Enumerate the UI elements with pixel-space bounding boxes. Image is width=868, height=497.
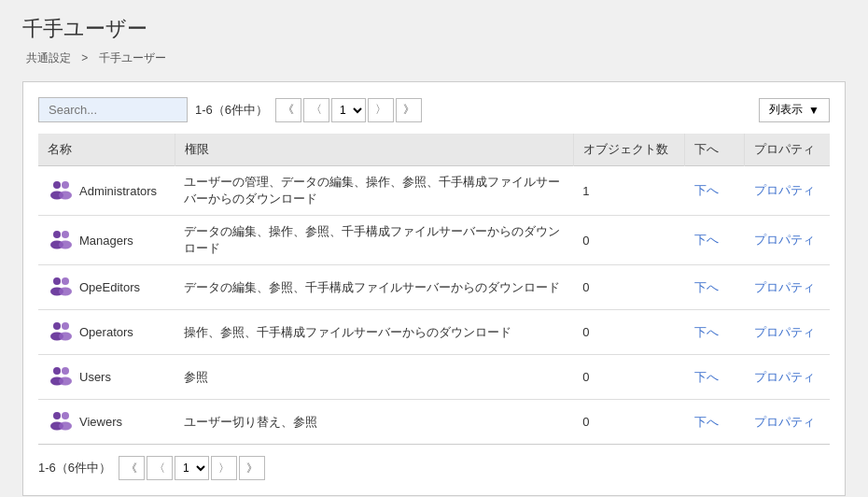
cell-object-count: 0 [573,355,685,400]
svg-point-19 [59,377,72,386]
cell-object-count: 0 [573,400,685,445]
cell-object-count: 0 [573,265,685,310]
breadcrumb-parent: 共通設定 [26,51,71,64]
user-group-icon [48,318,74,347]
svg-point-18 [62,367,69,375]
svg-point-0 [53,181,61,189]
cell-permission: 参照 [175,355,573,400]
table-row: OpeEditors データの編集、参照、千手構成ファイルサーバーからのダウンロ… [38,265,830,310]
svg-point-10 [62,277,69,285]
cell-down[interactable]: 下へ [685,400,745,445]
bottom-page-first-btn[interactable]: 《 [119,456,145,480]
user-name-text: OpeEditors [79,280,140,294]
cell-object-count: 0 [573,310,685,355]
column-display-button[interactable]: 列表示 ▼ [759,98,830,122]
main-panel: 1-6（6件中） 《 〈 1 〉 》 列表示 ▼ 名称 権限 オブジ [22,81,846,496]
svg-point-16 [53,367,61,375]
cell-down[interactable]: 下へ [685,216,745,265]
svg-point-6 [62,231,69,238]
bottom-page-select[interactable]: 1 [175,456,209,480]
cell-property[interactable]: プロパティ [745,355,830,400]
cell-property[interactable]: プロパティ [745,216,830,265]
table-row: Operators 操作、参照、千手構成ファイルサーバーからのダウンロード 0 … [38,310,830,355]
bottom-page-prev-btn[interactable]: 〈 [147,456,173,480]
cell-object-count: 1 [573,166,685,216]
page-prev-btn[interactable]: 〈 [303,98,329,122]
svg-point-3 [59,191,72,199]
svg-point-14 [62,322,69,330]
cell-object-count: 0 [573,216,685,265]
cell-permission: データの編集、参照、千手構成ファイルサーバーからのダウンロード [175,265,573,310]
col-header-permission: 権限 [175,134,573,166]
table-row: Administrators ユーザーの管理、データの編集、操作、参照、千手構成… [38,166,830,216]
svg-point-8 [53,277,61,285]
down-link[interactable]: 下へ [694,415,719,429]
column-display-label: 列表示 [769,102,803,118]
user-name-text: Viewers [79,415,122,429]
down-link[interactable]: 下へ [694,280,719,294]
down-link[interactable]: 下へ [694,183,719,197]
page-select[interactable]: 1 [331,98,366,122]
down-link[interactable]: 下へ [694,325,719,339]
down-link[interactable]: 下へ [694,370,719,384]
table-row: Managers データの編集、操作、参照、千手構成ファイルサーバーからのダウン… [38,216,830,265]
top-pagination-info: 1-6（6件中） [195,102,268,119]
bottom-pagination-controls: 《 〈 1 〉 》 [119,456,265,480]
breadcrumb: 共通設定 > 千手ユーザー [22,50,846,66]
users-table: 名称 権限 オブジェクト数 下へ プロパティ Administrators [38,134,830,445]
cell-property[interactable]: プロパティ [745,265,830,310]
bottom-toolbar: 1-6（6件中） 《 〈 1 〉 》 [38,456,830,480]
property-link[interactable]: プロパティ [754,183,815,197]
col-header-property: プロパティ [745,134,830,166]
svg-point-4 [53,231,61,238]
col-header-down: 下へ [685,134,745,166]
property-link[interactable]: プロパティ [754,233,815,247]
cell-name: OpeEditors [38,265,175,310]
page-first-btn[interactable]: 《 [275,98,301,122]
user-name-text: Operators [79,325,133,339]
svg-point-23 [59,422,72,431]
cell-down[interactable]: 下へ [685,265,745,310]
page-next-btn[interactable]: 〉 [368,98,394,122]
page-last-btn[interactable]: 》 [396,98,422,122]
svg-point-12 [53,322,61,330]
page-title: 千手ユーザー [22,15,846,43]
bottom-page-next-btn[interactable]: 〉 [211,456,237,480]
bottom-page-last-btn[interactable]: 》 [239,456,265,480]
user-group-icon [48,362,74,391]
cell-down[interactable]: 下へ [685,166,745,216]
cell-property[interactable]: プロパティ [745,400,830,445]
col-header-name: 名称 [38,134,175,166]
search-input[interactable] [38,97,188,122]
user-group-icon [48,177,74,206]
cell-permission: 操作、参照、千手構成ファイルサーバーからのダウンロード [175,310,573,355]
breadcrumb-separator: > [81,51,91,64]
cell-down[interactable]: 下へ [685,310,745,355]
table-header-row: 名称 権限 オブジェクト数 下へ プロパティ [38,134,830,166]
user-group-icon [48,226,74,255]
property-link[interactable]: プロパティ [754,280,815,294]
svg-point-20 [53,412,61,419]
cell-down[interactable]: 下へ [685,355,745,400]
cell-property[interactable]: プロパティ [745,166,830,216]
property-link[interactable]: プロパティ [754,370,815,384]
svg-point-11 [59,288,72,296]
top-pagination-controls: 《 〈 1 〉 》 [275,98,422,122]
top-toolbar: 1-6（6件中） 《 〈 1 〉 》 列表示 ▼ [38,97,830,122]
cell-name: Users [38,355,175,400]
bottom-pagination-info: 1-6（6件中） [38,460,111,476]
svg-point-15 [59,333,72,341]
user-name-text: Users [79,370,111,384]
breadcrumb-current: 千手ユーザー [99,51,166,64]
cell-name: Operators [38,310,175,355]
cell-name: Managers [38,216,175,265]
property-link[interactable]: プロパティ [754,415,815,429]
down-link[interactable]: 下へ [694,233,719,247]
col-header-objects: オブジェクト数 [573,134,685,166]
cell-permission: ユーザー切り替え、参照 [175,400,573,445]
user-group-icon [48,407,74,436]
property-link[interactable]: プロパティ [754,325,815,339]
cell-property[interactable]: プロパティ [745,310,830,355]
cell-name: Administrators [38,166,175,216]
cell-name: Viewers [38,400,175,445]
